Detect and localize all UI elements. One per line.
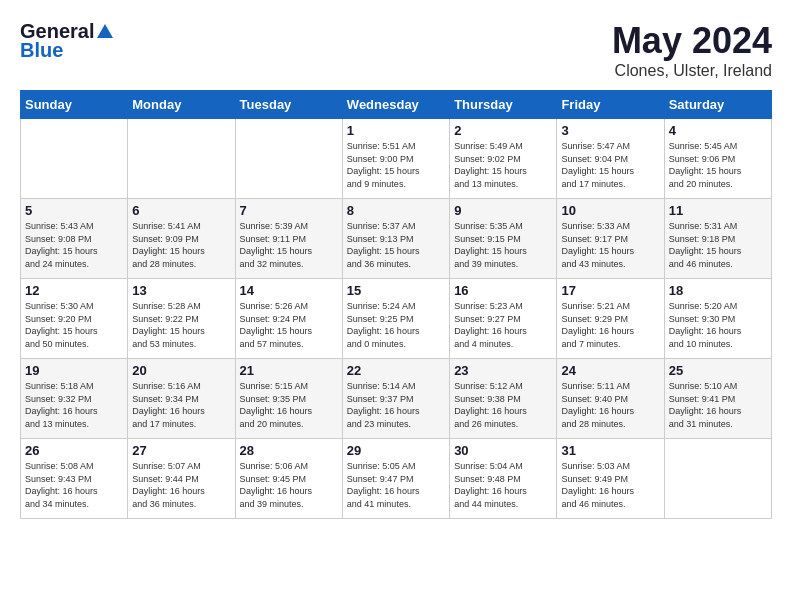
- calendar-cell: [21, 119, 128, 199]
- day-info: Sunrise: 5:20 AM Sunset: 9:30 PM Dayligh…: [669, 300, 767, 350]
- day-number: 13: [132, 283, 230, 298]
- week-row-3: 12Sunrise: 5:30 AM Sunset: 9:20 PM Dayli…: [21, 279, 772, 359]
- day-number: 11: [669, 203, 767, 218]
- day-number: 18: [669, 283, 767, 298]
- day-info: Sunrise: 5:05 AM Sunset: 9:47 PM Dayligh…: [347, 460, 445, 510]
- day-info: Sunrise: 5:45 AM Sunset: 9:06 PM Dayligh…: [669, 140, 767, 190]
- day-number: 1: [347, 123, 445, 138]
- day-number: 30: [454, 443, 552, 458]
- calendar-cell: 9Sunrise: 5:35 AM Sunset: 9:15 PM Daylig…: [450, 199, 557, 279]
- day-info: Sunrise: 5:21 AM Sunset: 9:29 PM Dayligh…: [561, 300, 659, 350]
- day-info: Sunrise: 5:23 AM Sunset: 9:27 PM Dayligh…: [454, 300, 552, 350]
- day-info: Sunrise: 5:07 AM Sunset: 9:44 PM Dayligh…: [132, 460, 230, 510]
- day-number: 8: [347, 203, 445, 218]
- weekday-header-saturday: Saturday: [664, 91, 771, 119]
- title-block: May 2024 Clones, Ulster, Ireland: [612, 20, 772, 80]
- location: Clones, Ulster, Ireland: [612, 62, 772, 80]
- day-number: 9: [454, 203, 552, 218]
- calendar-cell: 29Sunrise: 5:05 AM Sunset: 9:47 PM Dayli…: [342, 439, 449, 519]
- day-number: 17: [561, 283, 659, 298]
- day-number: 10: [561, 203, 659, 218]
- weekday-header-thursday: Thursday: [450, 91, 557, 119]
- day-info: Sunrise: 5:15 AM Sunset: 9:35 PM Dayligh…: [240, 380, 338, 430]
- weekday-header-sunday: Sunday: [21, 91, 128, 119]
- calendar-cell: 11Sunrise: 5:31 AM Sunset: 9:18 PM Dayli…: [664, 199, 771, 279]
- logo: General Blue: [20, 20, 116, 62]
- calendar-cell: 7Sunrise: 5:39 AM Sunset: 9:11 PM Daylig…: [235, 199, 342, 279]
- calendar-cell: 31Sunrise: 5:03 AM Sunset: 9:49 PM Dayli…: [557, 439, 664, 519]
- weekday-header-tuesday: Tuesday: [235, 91, 342, 119]
- calendar-cell: 15Sunrise: 5:24 AM Sunset: 9:25 PM Dayli…: [342, 279, 449, 359]
- day-info: Sunrise: 5:08 AM Sunset: 9:43 PM Dayligh…: [25, 460, 123, 510]
- calendar-cell: 25Sunrise: 5:10 AM Sunset: 9:41 PM Dayli…: [664, 359, 771, 439]
- calendar-cell: 17Sunrise: 5:21 AM Sunset: 9:29 PM Dayli…: [557, 279, 664, 359]
- day-number: 2: [454, 123, 552, 138]
- calendar-cell: 21Sunrise: 5:15 AM Sunset: 9:35 PM Dayli…: [235, 359, 342, 439]
- calendar-cell: 16Sunrise: 5:23 AM Sunset: 9:27 PM Dayli…: [450, 279, 557, 359]
- day-info: Sunrise: 5:30 AM Sunset: 9:20 PM Dayligh…: [25, 300, 123, 350]
- day-number: 23: [454, 363, 552, 378]
- day-info: Sunrise: 5:14 AM Sunset: 9:37 PM Dayligh…: [347, 380, 445, 430]
- calendar-cell: 30Sunrise: 5:04 AM Sunset: 9:48 PM Dayli…: [450, 439, 557, 519]
- day-info: Sunrise: 5:26 AM Sunset: 9:24 PM Dayligh…: [240, 300, 338, 350]
- day-info: Sunrise: 5:03 AM Sunset: 9:49 PM Dayligh…: [561, 460, 659, 510]
- day-info: Sunrise: 5:10 AM Sunset: 9:41 PM Dayligh…: [669, 380, 767, 430]
- calendar-cell: [128, 119, 235, 199]
- svg-marker-0: [97, 24, 113, 38]
- calendar-cell: 12Sunrise: 5:30 AM Sunset: 9:20 PM Dayli…: [21, 279, 128, 359]
- weekday-header-row: SundayMondayTuesdayWednesdayThursdayFrid…: [21, 91, 772, 119]
- day-number: 24: [561, 363, 659, 378]
- day-number: 27: [132, 443, 230, 458]
- calendar-cell: 24Sunrise: 5:11 AM Sunset: 9:40 PM Dayli…: [557, 359, 664, 439]
- logo-blue-text: Blue: [20, 39, 63, 62]
- week-row-4: 19Sunrise: 5:18 AM Sunset: 9:32 PM Dayli…: [21, 359, 772, 439]
- day-info: Sunrise: 5:12 AM Sunset: 9:38 PM Dayligh…: [454, 380, 552, 430]
- day-info: Sunrise: 5:35 AM Sunset: 9:15 PM Dayligh…: [454, 220, 552, 270]
- logo-icon: [95, 22, 115, 42]
- week-row-1: 1Sunrise: 5:51 AM Sunset: 9:00 PM Daylig…: [21, 119, 772, 199]
- day-info: Sunrise: 5:16 AM Sunset: 9:34 PM Dayligh…: [132, 380, 230, 430]
- calendar-cell: 23Sunrise: 5:12 AM Sunset: 9:38 PM Dayli…: [450, 359, 557, 439]
- day-number: 20: [132, 363, 230, 378]
- calendar-cell: 2Sunrise: 5:49 AM Sunset: 9:02 PM Daylig…: [450, 119, 557, 199]
- calendar-cell: 4Sunrise: 5:45 AM Sunset: 9:06 PM Daylig…: [664, 119, 771, 199]
- day-info: Sunrise: 5:06 AM Sunset: 9:45 PM Dayligh…: [240, 460, 338, 510]
- day-number: 14: [240, 283, 338, 298]
- weekday-header-wednesday: Wednesday: [342, 91, 449, 119]
- day-info: Sunrise: 5:11 AM Sunset: 9:40 PM Dayligh…: [561, 380, 659, 430]
- calendar-cell: 8Sunrise: 5:37 AM Sunset: 9:13 PM Daylig…: [342, 199, 449, 279]
- week-row-2: 5Sunrise: 5:43 AM Sunset: 9:08 PM Daylig…: [21, 199, 772, 279]
- day-number: 4: [669, 123, 767, 138]
- calendar-cell: 26Sunrise: 5:08 AM Sunset: 9:43 PM Dayli…: [21, 439, 128, 519]
- day-info: Sunrise: 5:18 AM Sunset: 9:32 PM Dayligh…: [25, 380, 123, 430]
- calendar-cell: 6Sunrise: 5:41 AM Sunset: 9:09 PM Daylig…: [128, 199, 235, 279]
- day-info: Sunrise: 5:41 AM Sunset: 9:09 PM Dayligh…: [132, 220, 230, 270]
- day-info: Sunrise: 5:43 AM Sunset: 9:08 PM Dayligh…: [25, 220, 123, 270]
- day-number: 25: [669, 363, 767, 378]
- day-info: Sunrise: 5:37 AM Sunset: 9:13 PM Dayligh…: [347, 220, 445, 270]
- calendar-cell: 28Sunrise: 5:06 AM Sunset: 9:45 PM Dayli…: [235, 439, 342, 519]
- day-number: 19: [25, 363, 123, 378]
- calendar-cell: 20Sunrise: 5:16 AM Sunset: 9:34 PM Dayli…: [128, 359, 235, 439]
- day-info: Sunrise: 5:04 AM Sunset: 9:48 PM Dayligh…: [454, 460, 552, 510]
- weekday-header-monday: Monday: [128, 91, 235, 119]
- weekday-header-friday: Friday: [557, 91, 664, 119]
- calendar-cell: [235, 119, 342, 199]
- calendar-cell: 18Sunrise: 5:20 AM Sunset: 9:30 PM Dayli…: [664, 279, 771, 359]
- day-number: 31: [561, 443, 659, 458]
- day-info: Sunrise: 5:51 AM Sunset: 9:00 PM Dayligh…: [347, 140, 445, 190]
- calendar-cell: 27Sunrise: 5:07 AM Sunset: 9:44 PM Dayli…: [128, 439, 235, 519]
- day-number: 21: [240, 363, 338, 378]
- calendar-cell: 13Sunrise: 5:28 AM Sunset: 9:22 PM Dayli…: [128, 279, 235, 359]
- day-info: Sunrise: 5:49 AM Sunset: 9:02 PM Dayligh…: [454, 140, 552, 190]
- calendar-cell: 10Sunrise: 5:33 AM Sunset: 9:17 PM Dayli…: [557, 199, 664, 279]
- day-number: 28: [240, 443, 338, 458]
- page-header: General Blue May 2024 Clones, Ulster, Ir…: [20, 20, 772, 80]
- day-number: 15: [347, 283, 445, 298]
- day-info: Sunrise: 5:31 AM Sunset: 9:18 PM Dayligh…: [669, 220, 767, 270]
- day-number: 26: [25, 443, 123, 458]
- day-number: 22: [347, 363, 445, 378]
- week-row-5: 26Sunrise: 5:08 AM Sunset: 9:43 PM Dayli…: [21, 439, 772, 519]
- day-number: 29: [347, 443, 445, 458]
- calendar-cell: 1Sunrise: 5:51 AM Sunset: 9:00 PM Daylig…: [342, 119, 449, 199]
